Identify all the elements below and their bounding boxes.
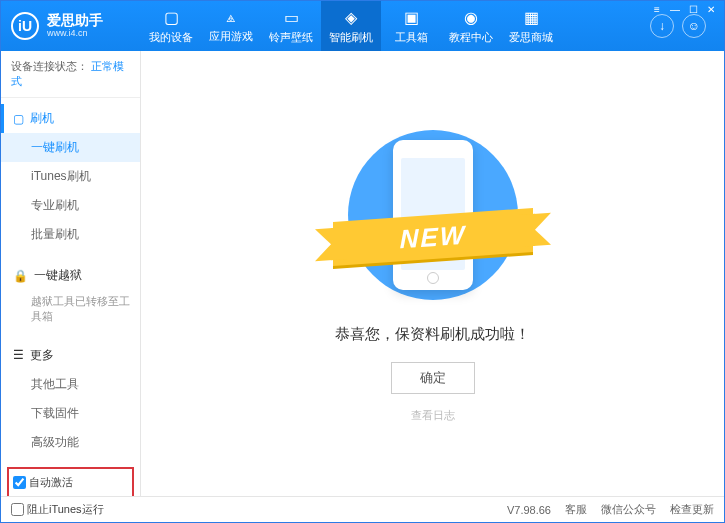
body: 设备连接状态： 正常模式 ▢刷机 一键刷机 iTunes刷机 专业刷机 批量刷机… <box>1 51 724 496</box>
flash-section-icon: ▢ <box>13 112 24 126</box>
more-icon: ☰ <box>13 348 24 362</box>
toolbox-icon: ▣ <box>404 8 419 27</box>
download-icon[interactable]: ↓ <box>650 14 674 38</box>
phone-icon: ▢ <box>164 8 179 27</box>
tutorial-icon: ◉ <box>464 8 478 27</box>
footer: 阻止iTunes运行 V7.98.66 客服 微信公众号 检查更新 <box>1 496 724 522</box>
section-flash[interactable]: ▢刷机 <box>1 104 140 133</box>
checkbox-auto-activate[interactable]: 自动激活 <box>13 475 73 490</box>
confirm-button[interactable]: 确定 <box>391 362 475 394</box>
lock-icon: 🔒 <box>13 269 28 283</box>
version-label: V7.98.66 <box>507 504 551 516</box>
nav-flash[interactable]: ◈智能刷机 <box>321 1 381 51</box>
section-jailbreak[interactable]: 🔒一键越狱 <box>1 261 140 290</box>
success-illustration: NEW <box>323 125 543 305</box>
nav-ringtones[interactable]: ▭铃声壁纸 <box>261 1 321 51</box>
close-button[interactable]: ✕ <box>704 3 718 15</box>
window-controls: ≡ — ☐ ✕ <box>650 3 718 15</box>
sidebar: 设备连接状态： 正常模式 ▢刷机 一键刷机 iTunes刷机 专业刷机 批量刷机… <box>1 51 141 496</box>
menu-icon[interactable]: ≡ <box>650 3 664 15</box>
nav-store[interactable]: ▦爱思商城 <box>501 1 561 51</box>
store-icon: ▦ <box>524 8 539 27</box>
sidebar-item-download-fw[interactable]: 下载固件 <box>1 399 140 428</box>
app-window: ≡ — ☐ ✕ iU 爱思助手 www.i4.cn ▢我的设备 ⟁应用游戏 ▭铃… <box>0 0 725 523</box>
success-message: 恭喜您，保资料刷机成功啦！ <box>335 325 530 344</box>
section-more[interactable]: ☰更多 <box>1 341 140 370</box>
sidebar-item-other[interactable]: 其他工具 <box>1 370 140 399</box>
header-actions: ↓ ☺ <box>650 14 706 38</box>
app-url: www.i4.cn <box>47 29 103 39</box>
flash-icon: ◈ <box>345 8 357 27</box>
checkbox-block-itunes[interactable]: 阻止iTunes运行 <box>11 502 104 517</box>
app-title: 爱思助手 <box>47 13 103 28</box>
sidebar-item-itunes[interactable]: iTunes刷机 <box>1 162 140 191</box>
nav-toolbox[interactable]: ▣工具箱 <box>381 1 441 51</box>
minimize-button[interactable]: — <box>668 3 682 15</box>
footer-support[interactable]: 客服 <box>565 502 587 517</box>
apps-icon: ⟁ <box>226 8 236 26</box>
sidebar-item-advanced[interactable]: 高级功能 <box>1 428 140 457</box>
sidebar-item-batch[interactable]: 批量刷机 <box>1 220 140 249</box>
jailbreak-note: 越狱工具已转移至工具箱 <box>1 290 140 329</box>
logo-icon: iU <box>11 12 39 40</box>
footer-wechat[interactable]: 微信公众号 <box>601 502 656 517</box>
nav-apps[interactable]: ⟁应用游戏 <box>201 1 261 51</box>
sidebar-item-pro[interactable]: 专业刷机 <box>1 191 140 220</box>
maximize-button[interactable]: ☐ <box>686 3 700 15</box>
top-nav: ▢我的设备 ⟁应用游戏 ▭铃声壁纸 ◈智能刷机 ▣工具箱 ◉教程中心 ▦爱思商城 <box>141 1 650 51</box>
options-highlight: 自动激活 跳过向导 <box>7 467 134 496</box>
titlebar: ≡ — ☐ ✕ iU 爱思助手 www.i4.cn ▢我的设备 ⟁应用游戏 ▭铃… <box>1 1 724 51</box>
nav-tutorials[interactable]: ◉教程中心 <box>441 1 501 51</box>
connection-status: 设备连接状态： 正常模式 <box>1 51 140 98</box>
wallpaper-icon: ▭ <box>284 8 299 27</box>
view-log-link[interactable]: 查看日志 <box>411 408 455 423</box>
footer-update[interactable]: 检查更新 <box>670 502 714 517</box>
user-icon[interactable]: ☺ <box>682 14 706 38</box>
main-content: NEW 恭喜您，保资料刷机成功啦！ 确定 查看日志 <box>141 51 724 496</box>
logo: iU 爱思助手 www.i4.cn <box>11 12 141 40</box>
sidebar-item-oneclick[interactable]: 一键刷机 <box>1 133 140 162</box>
nav-my-device[interactable]: ▢我的设备 <box>141 1 201 51</box>
